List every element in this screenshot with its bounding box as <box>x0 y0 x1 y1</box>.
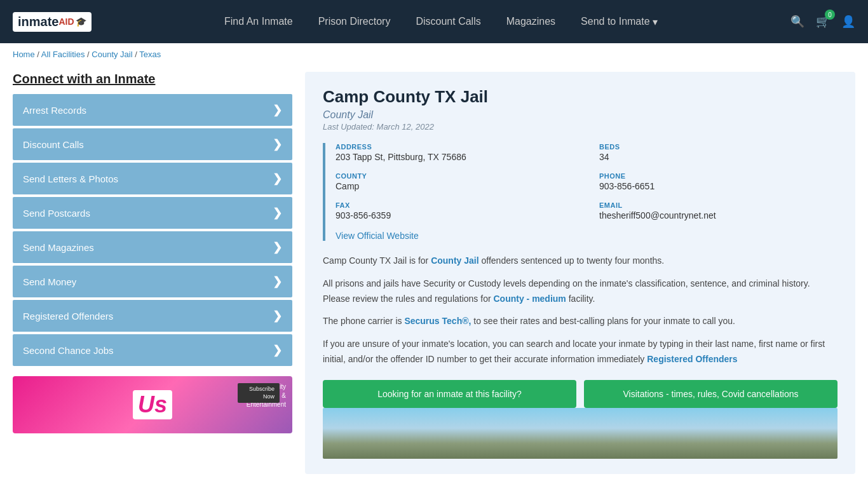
sidebar: Connect with an Inmate Arrest Records ❯ … <box>13 72 292 474</box>
sidebar-item-second-chance-jobs[interactable]: Second Chance Jobs ❯ <box>13 334 292 366</box>
ad-text: Latest Celebrity News, Pictures & Entert… <box>238 383 286 409</box>
arrow-icon: ❯ <box>273 343 282 357</box>
site-header: inmate AID 🎓 Find An Inmate Prison Direc… <box>0 0 868 43</box>
sidebar-item-send-letters[interactable]: Send Letters & Photos ❯ <box>13 163 292 194</box>
sidebar-item-send-postcards[interactable]: Send Postcards ❯ <box>13 197 292 229</box>
main-layout: Connect with an Inmate Arrest Records ❯ … <box>0 65 868 480</box>
sidebar-ad[interactable]: Us Latest Celebrity News, Pictures & Ent… <box>13 376 292 433</box>
phone-field: PHONE 903-856-6651 <box>599 172 837 191</box>
facility-photo <box>323 408 837 459</box>
nav-discount-calls[interactable]: Discount Calls <box>416 16 480 28</box>
search-icon[interactable]: 🔍 <box>790 15 804 29</box>
logo-text: inmate <box>18 15 58 29</box>
facility-info-grid: ADDRESS 203 Tapp St, Pittsburg, TX 75686… <box>323 143 837 241</box>
facility-content: Camp County TX Jail County Jail Last Upd… <box>305 72 855 474</box>
arrow-icon: ❯ <box>273 206 282 220</box>
facility-description: Camp County TX Jail is for County Jail o… <box>323 254 837 367</box>
email-field: EMAIL thesheriff500@countrynet.net <box>599 201 837 220</box>
nav-send-to-inmate[interactable]: Send to Inmate ▾ <box>581 16 658 28</box>
cart-icon[interactable]: 🛒 0 <box>816 15 830 29</box>
nav-prison-directory[interactable]: Prison Directory <box>318 16 391 28</box>
sidebar-title: Connect with an Inmate <box>13 72 292 86</box>
sidebar-menu: Arrest Records ❯ Discount Calls ❯ Send L… <box>13 94 292 366</box>
beds-field: BEDS 34 <box>599 143 837 162</box>
sidebar-item-send-magazines[interactable]: Send Magazines ❯ <box>13 231 292 263</box>
cart-badge: 0 <box>825 10 835 20</box>
logo[interactable]: inmate AID 🎓 <box>13 12 92 32</box>
arrow-icon: ❯ <box>273 103 282 117</box>
address-field: ADDRESS 203 Tapp St, Pittsburg, TX 75686 <box>336 143 574 162</box>
arrow-icon: ❯ <box>273 274 282 288</box>
breadcrumb: Home / All Facilities / County Jail / Te… <box>0 43 868 65</box>
securus-tech-link[interactable]: Securus Tech®, <box>404 316 471 326</box>
fax-field: FAX 903-856-6359 <box>336 201 574 220</box>
main-nav: Find An Inmate Prison Directory Discount… <box>123 16 759 28</box>
breadcrumb-county-jail[interactable]: County Jail <box>92 50 132 59</box>
county-medium-link[interactable]: County - medium <box>493 294 566 304</box>
find-inmate-button[interactable]: Looking for an inmate at this facility? <box>323 380 576 408</box>
official-website-link[interactable]: View Official Website <box>336 231 419 241</box>
logo-aid: AID <box>58 17 74 27</box>
nav-find-inmate[interactable]: Find An Inmate <box>224 16 293 28</box>
visitations-button[interactable]: Visitations - times, rules, Covid cancel… <box>584 380 837 408</box>
facility-type: County Jail <box>323 109 837 121</box>
nav-magazines[interactable]: Magazines <box>506 16 555 28</box>
facility-updated: Last Updated: March 12, 2022 <box>323 122 837 132</box>
breadcrumb-home[interactable]: Home <box>13 50 35 59</box>
arrow-icon: ❯ <box>273 137 282 151</box>
registered-offenders-link[interactable]: Registered Offenders <box>647 354 737 364</box>
official-website-field: View Official Website <box>336 231 574 241</box>
arrow-icon: ❯ <box>273 172 282 186</box>
facility-title: Camp County TX Jail <box>323 87 837 107</box>
sidebar-item-discount-calls[interactable]: Discount Calls ❯ <box>13 128 292 160</box>
sidebar-item-arrest-records[interactable]: Arrest Records ❯ <box>13 94 292 126</box>
sidebar-item-registered-offenders[interactable]: Registered Offenders ❯ <box>13 300 292 332</box>
county-jail-link[interactable]: County Jail <box>431 255 478 266</box>
ad-subscribe-button[interactable]: Subscribe Now <box>238 383 280 403</box>
arrow-icon: ❯ <box>273 309 282 323</box>
ad-brand: Us <box>133 390 172 419</box>
breadcrumb-all-facilities[interactable]: All Facilities <box>41 50 85 59</box>
breadcrumb-texas[interactable]: Texas <box>139 50 161 59</box>
chevron-down-icon: ▾ <box>653 16 658 28</box>
logo-hat: 🎓 <box>76 17 86 27</box>
arrow-icon: ❯ <box>273 240 282 254</box>
header-icons: 🔍 🛒 0 👤 <box>790 15 855 29</box>
sidebar-item-send-money[interactable]: Send Money ❯ <box>13 266 292 297</box>
user-icon[interactable]: 👤 <box>841 15 855 29</box>
action-buttons: Looking for an inmate at this facility? … <box>323 380 837 408</box>
county-field: COUNTY Camp <box>336 172 574 191</box>
